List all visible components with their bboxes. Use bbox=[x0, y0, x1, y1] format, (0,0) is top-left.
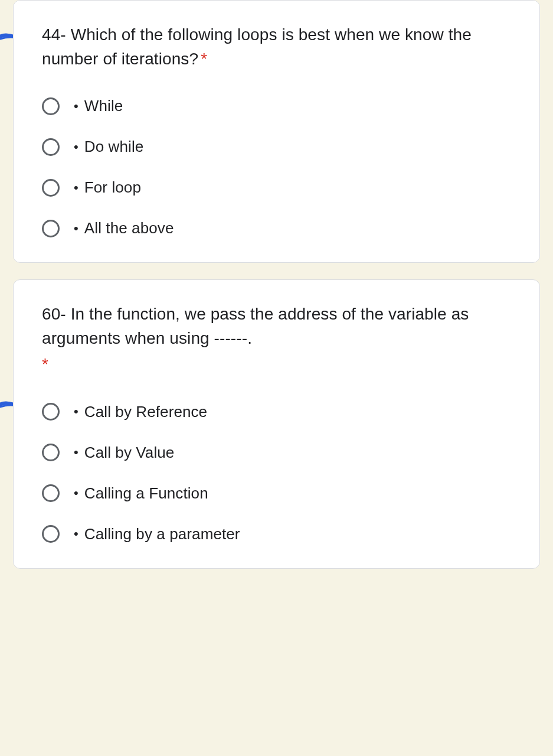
option-text: Calling a Function bbox=[84, 484, 208, 503]
option-text: Call by Value bbox=[84, 444, 175, 462]
question-card-60: 60- In the function, we pass the address… bbox=[13, 279, 540, 569]
question-text-content: 44- Which of the following loops is best… bbox=[42, 25, 472, 68]
option-label: • While bbox=[74, 97, 123, 115]
radio-icon bbox=[42, 97, 60, 115]
question-card-44: 44- Which of the following loops is best… bbox=[13, 0, 540, 263]
radio-option[interactable]: • Calling a Function bbox=[42, 484, 511, 503]
bullet-icon: • bbox=[74, 181, 78, 194]
bullet-icon: • bbox=[74, 527, 78, 540]
option-text: Calling by a parameter bbox=[84, 525, 240, 543]
bullet-icon: • bbox=[74, 141, 78, 154]
radio-icon bbox=[42, 220, 60, 237]
option-label: • Call by Reference bbox=[74, 403, 207, 421]
radio-option[interactable]: • Do while bbox=[42, 138, 511, 156]
option-text: For loop bbox=[84, 178, 141, 197]
bullet-icon: • bbox=[74, 446, 78, 459]
option-text: Call by Reference bbox=[84, 403, 207, 421]
question-text: 60- In the function, we pass the address… bbox=[42, 302, 511, 377]
radio-option[interactable]: • While bbox=[42, 97, 511, 115]
option-label: • Calling by a parameter bbox=[74, 525, 240, 543]
radio-icon bbox=[42, 484, 60, 502]
option-label: • Call by Value bbox=[74, 444, 174, 462]
radio-option[interactable]: • For loop bbox=[42, 178, 511, 197]
option-label: • For loop bbox=[74, 178, 141, 197]
option-text: All the above bbox=[84, 219, 174, 237]
radio-icon bbox=[42, 138, 60, 156]
bullet-icon: • bbox=[74, 487, 78, 500]
bullet-icon: • bbox=[74, 405, 78, 418]
option-text: While bbox=[84, 97, 123, 115]
radio-option[interactable]: • Calling by a parameter bbox=[42, 525, 511, 543]
option-label: • Calling a Function bbox=[74, 484, 208, 503]
radio-option[interactable]: • Call by Reference bbox=[42, 403, 511, 421]
radio-icon bbox=[42, 525, 60, 543]
bullet-icon: • bbox=[74, 100, 78, 113]
option-text: Do while bbox=[84, 138, 144, 156]
required-marker: * bbox=[42, 353, 511, 377]
bullet-icon: • bbox=[74, 222, 78, 235]
radio-icon bbox=[42, 179, 60, 197]
radio-option[interactable]: • All the above bbox=[42, 219, 511, 237]
radio-icon bbox=[42, 403, 60, 421]
radio-icon bbox=[42, 444, 60, 461]
required-marker: * bbox=[201, 50, 207, 68]
question-text: 44- Which of the following loops is best… bbox=[42, 23, 511, 71]
question-text-content: 60- In the function, we pass the address… bbox=[42, 305, 469, 347]
option-label: • All the above bbox=[74, 219, 174, 237]
option-label: • Do while bbox=[74, 138, 143, 156]
radio-option[interactable]: • Call by Value bbox=[42, 444, 511, 462]
